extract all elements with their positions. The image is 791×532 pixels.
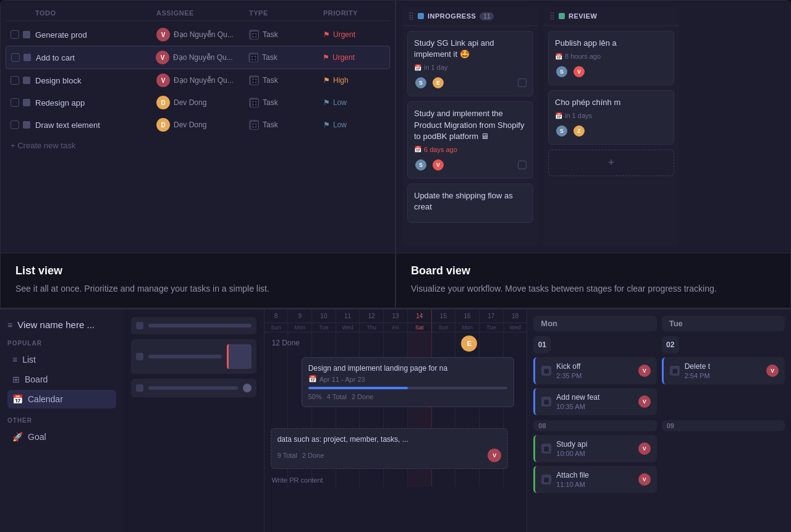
row-checkbox[interactable]: [11, 120, 19, 129]
calendar-view-quadrant: Mon Tue 01 ⊞ Kick off 2:35 PM V: [527, 310, 791, 532]
avatar: V: [572, 65, 586, 78]
drag-icon: ⣿: [408, 12, 414, 20]
card-title: Study SG Link api and implement it 🤩: [414, 38, 527, 60]
cal-event-time: 10:35 AM: [556, 403, 633, 410]
create-task-row[interactable]: + Create new task: [6, 136, 390, 155]
sidebar-label-board: Board: [25, 374, 48, 384]
board-card[interactable]: Publish app lên a 📅 8 hours ago S V: [548, 31, 674, 85]
cal-event-content: Attach file 11:10 AM: [556, 471, 633, 488]
row-checkbox[interactable]: [11, 98, 19, 107]
gantt-task-card-2[interactable]: data such as: project, member, tasks, ..…: [271, 428, 509, 469]
card-footer: S E: [414, 76, 527, 90]
gantt-task-stats: 50% 4 Total 2 Done: [308, 393, 508, 400]
task-type-icon: ⊞: [249, 98, 259, 108]
task-type-icon: ⊞: [249, 75, 259, 85]
cal-event-kickoff[interactable]: ⊞ Kick off 2:35 PM V: [533, 357, 656, 384]
board-column-review: ⣿ REVIEW Publish app lên a 📅 8 hours ago: [543, 7, 679, 247]
table-row[interactable]: Design block V Đạo Nguyễn Qu... ⊞ Task ⚑…: [6, 69, 390, 91]
task-type: Task: [263, 30, 278, 39]
task-type: Task: [263, 98, 278, 107]
sidebar-item-board[interactable]: ⊞ Board: [7, 370, 116, 389]
list-table: TODO ASSIGNEE TYPE PRIORITY Generate pro…: [1, 1, 395, 160]
list-view-title: List view: [15, 264, 380, 277]
priority-text: High: [333, 76, 349, 85]
gantt-task2-footer: 9 Total 2 Done V: [277, 449, 502, 462]
avatar: S: [555, 124, 569, 138]
gantt-task-card-1[interactable]: Design and implement landing page for na…: [302, 357, 515, 407]
assignee-cell: V Đạo Nguyễn Qu...: [156, 51, 248, 64]
board-view-quadrant: ⣿ INPROGRESS 11 Study SG Link api and im…: [396, 0, 791, 308]
gantt-day-15: 15: [432, 310, 456, 323]
gantt-task2-total: 9 Total: [277, 452, 297, 459]
priority-cell: ⚑ High: [323, 76, 385, 85]
row-checkbox[interactable]: [11, 76, 19, 85]
add-card-button[interactable]: +: [548, 150, 674, 176]
avatar: V: [638, 365, 651, 377]
table-row[interactable]: Generate prod V Đạo Nguyễn Qu... ⊞ Task …: [6, 23, 390, 46]
sidebar-item-list[interactable]: ≡ List: [7, 350, 116, 369]
type-cell: ⊞ Task: [249, 98, 323, 108]
gantt-user-avatar: E: [461, 336, 477, 352]
card-meta: 📅 8 hours ago: [555, 53, 667, 60]
col-todo: TODO: [35, 9, 156, 17]
table-row[interactable]: Redesign app D Dev Dong ⊞ Task ⚑ Low: [6, 91, 390, 114]
board-view-description: Board view Visualize your workflow. Move…: [396, 253, 790, 308]
gantt-task-dates: 📅 Apr 11 - Apr 23: [308, 375, 508, 383]
col-title: REVIEW: [569, 12, 597, 20]
col-type: TYPE: [249, 9, 323, 17]
cal-event-content: Delete t 2:54 PM: [685, 362, 761, 379]
gantt-day-9: 9: [288, 310, 312, 323]
sidebar-item-calendar[interactable]: 📅 Calendar: [7, 390, 116, 408]
sidebar-title: View name here ...: [17, 319, 95, 330]
cal-day-tue: Tue: [662, 316, 785, 331]
gantt-total-label: 4 Total: [327, 393, 347, 400]
row-checkbox[interactable]: [11, 30, 19, 39]
type-cell: ⊞ Task: [249, 30, 323, 40]
board-view-desc-text: Visualize your workflow. Move tasks betw…: [411, 282, 776, 295]
row-checkbox[interactable]: [11, 53, 20, 62]
cal-event-attach-file[interactable]: ⊞ Attach file 11:10 AM V: [533, 466, 656, 493]
views-sidebar: ≡ View name here ... POPULAR ≡ List ⊞ Bo…: [0, 310, 124, 532]
board-card[interactable]: Study and implement the Product Migratio…: [407, 101, 533, 179]
cal-event-title: Add new feat: [556, 393, 633, 402]
sidebar-label-goal: Goal: [28, 432, 46, 442]
cal-event-add-new-feat[interactable]: ⊞ Add new feat 10:35 AM V: [533, 388, 656, 415]
card-checkbox[interactable]: [518, 78, 527, 87]
avatar: V: [488, 449, 501, 462]
board-card[interactable]: Cho phép chính m 📅 in 1 days S Z: [548, 90, 674, 145]
cal-event-title: Kick off: [556, 362, 633, 371]
priority-flag: ⚑: [323, 76, 330, 85]
card-checkbox[interactable]: [518, 161, 527, 169]
priority-cell: ⚑ Urgent: [323, 53, 384, 62]
cal-event-study-api[interactable]: ⊞ Study api 10:00 AM V: [533, 435, 656, 462]
cal-event-title: Study api: [556, 440, 633, 449]
gantt-done-label: 12 Done: [272, 339, 300, 347]
board-view-title: Board view: [411, 264, 776, 277]
task-name: Design block: [35, 76, 156, 85]
avatar: V: [156, 74, 170, 87]
board-column-inprogress: ⣿ INPROGRESS 11 Study SG Link api and im…: [402, 7, 538, 247]
sidebar-item-goal[interactable]: 🚀 Goal: [7, 428, 116, 446]
week-badge-08: 08: [533, 420, 656, 431]
sidebar-section-popular: POPULAR: [7, 340, 116, 347]
mini-task-item: [131, 379, 256, 397]
sidebar-other-section: OTHER 🚀 Goal: [7, 417, 116, 446]
cal-event-icon: ⊞: [541, 444, 551, 454]
assignee-name: Đạo Nguyễn Qu...: [174, 30, 234, 39]
card-footer: S V: [414, 158, 527, 172]
task-name: Generate prod: [35, 30, 156, 40]
assignee-cell: D Dev Dong: [156, 96, 249, 109]
list-view-description: List view See it all at once. Prioritize…: [1, 253, 395, 308]
board-card[interactable]: Update the shipping flow as creat: [407, 184, 533, 223]
avatar: V: [638, 442, 651, 455]
gantt-day-18: 18: [504, 310, 527, 323]
table-row[interactable]: Add to cart V Đạo Nguyễn Qu... ⊞ Task ⚑ …: [6, 46, 390, 69]
type-cell: ⊞ Task: [249, 75, 323, 85]
priority-text: Low: [333, 120, 347, 129]
board-card[interactable]: Study SG Link api and implement it 🤩 📅 i…: [407, 31, 533, 96]
task-icon: [23, 31, 30, 38]
table-row[interactable]: Draw text element D Dev Dong ⊞ Task ⚑ Lo…: [6, 114, 390, 136]
gantt-view-quadrant: 8 9 10 11 12 13 14 15 16 17 18 Sun Mon T…: [264, 310, 528, 532]
cal-event-delete[interactable]: ⊞ Delete t 2:54 PM V: [662, 357, 785, 384]
cal-event-content: Kick off 2:35 PM: [556, 362, 633, 379]
